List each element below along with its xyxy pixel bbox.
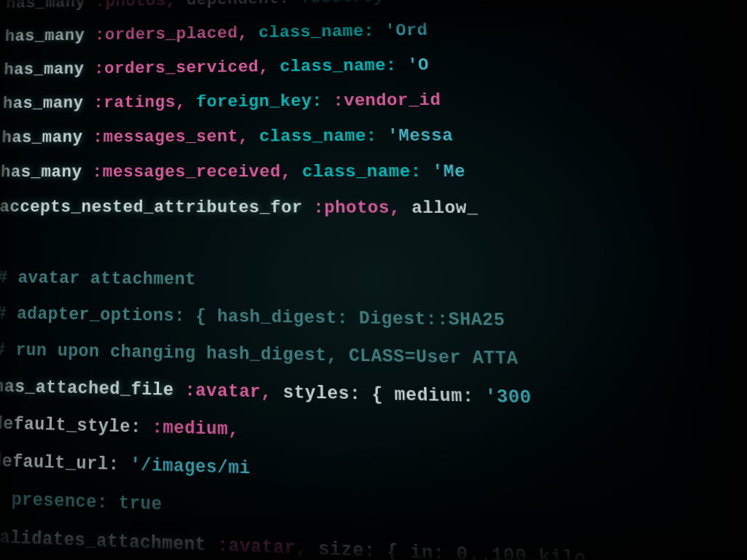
line-content: has_many :orders_serviced, class_name: '… [4,55,430,82]
code-area: has_many :photos, dependent: :destroy ha… [0,0,747,560]
line-content: has_many :ratings, foreign_key: :vendor_… [2,90,441,116]
line-content: has_many :messages_received, class_name:… [0,160,465,184]
code-line: accepts_nested_attributes_for :photos, a… [0,195,747,234]
line-content: # run upon changing hash_digest, CLASS=U… [0,338,519,373]
line-content: has_many :orders_placed, class_name: 'Or… [4,20,428,49]
line-content: # adapter_options: { hash_digest: Digest… [0,303,506,335]
line-content: # avatar attachment [0,267,196,293]
code-line: has_many :messages_received, class_name:… [0,158,747,196]
line-content: has_many :photos, dependent: :destroy [6,0,384,15]
line-content: has_many :messages_sent, class_name: 'Me… [1,125,454,150]
code-line: has_many :messages_sent, class_name: 'Me… [0,121,747,160]
code-line: has_many :ratings, foreign_key: :vendor_… [0,84,747,126]
line-number [0,8,6,9]
code-editor: has_many :photos, dependent: :destroy ha… [0,0,747,560]
line-content: # presence: true [0,487,163,518]
line-content [0,231,9,255]
line-content: accepts_nested_attributes_for :photos, a… [0,196,479,222]
line-content: default_style: :medium, [0,412,239,443]
line-content: default_url: '/images/mi [0,449,250,482]
